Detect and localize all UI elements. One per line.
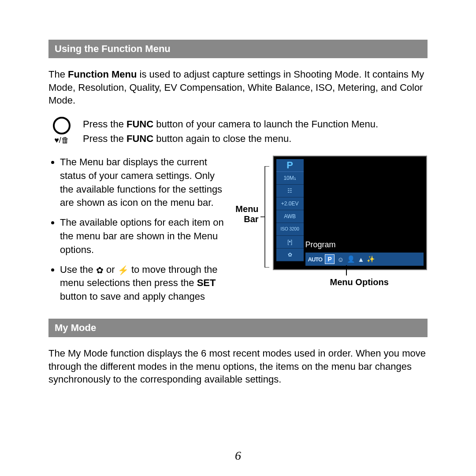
opt-smile-icon: ☺ <box>337 256 344 263</box>
func-line1-bold: FUNC <box>126 119 153 130</box>
trash-icon: 🗑 <box>61 136 69 145</box>
menu-diagram: Menu Bar P 10M₁ ☷ +2.0EV AWB ISO 3200 [•… <box>233 156 428 292</box>
lcd-quality: ☷ <box>276 185 304 197</box>
func-line1-post: button of your camera to launch the Func… <box>153 119 378 130</box>
bullet-list: The Menu bar displays the current status… <box>48 156 229 310</box>
b3-mid: or <box>106 264 118 275</box>
opt-sparkle-icon: ✨ <box>367 255 375 263</box>
bullet-1: The Menu bar displays the current status… <box>60 156 229 210</box>
intro-pre: The <box>48 69 68 80</box>
intro-paragraph: The Function Menu is used to adjust capt… <box>48 68 428 107</box>
macro-icon: ✿ <box>96 264 104 276</box>
b3-pre: Use the <box>60 264 96 275</box>
opt-portrait-icon: 👤 <box>347 255 355 263</box>
opt-auto: AUTO <box>308 256 323 263</box>
lcd-iso: ISO 3200 <box>276 223 304 236</box>
heart-trash-icon: ♥/🗑 <box>54 136 69 144</box>
b3-bold: SET <box>197 277 216 288</box>
bracket-icon <box>260 166 271 268</box>
heart-icon: ♥ <box>54 136 59 145</box>
lcd-color: ✿ <box>276 249 304 261</box>
lcd-awb: AWB <box>276 210 304 223</box>
opt-p-selected: P <box>325 254 335 264</box>
menu-options-label: Menu Options <box>330 277 389 287</box>
func-line2-pre: Press the <box>83 133 126 144</box>
lcd-metering: [•] <box>276 236 304 249</box>
section-header-my-mode: My Mode <box>48 319 428 337</box>
opt-landscape-icon: ▲ <box>358 256 364 263</box>
func-instructions: Press the FUNC button of your camera to … <box>83 117 378 146</box>
func-button-icon: ♥/🗑 <box>48 117 75 144</box>
func-line2-post: button again to close the menu. <box>153 133 291 144</box>
flash-icon: ⚡ <box>118 264 129 276</box>
lcd-ev: +2.0EV <box>276 197 304 210</box>
lcd-resolution: 10M₁ <box>276 172 304 185</box>
menu-bar-label: Menu Bar <box>233 204 259 224</box>
lcd-mode-p: P <box>276 159 304 172</box>
arrow-line <box>346 267 347 275</box>
program-label: Program <box>305 240 336 249</box>
intro-bold: Function Menu <box>68 69 137 80</box>
func-line1-pre: Press the <box>83 119 126 130</box>
options-row: AUTO P ☺ 👤 ▲ ✨ <box>305 253 424 266</box>
bullet-2: The available options for each item on t… <box>60 216 229 257</box>
lcd-screen: P 10M₁ ☷ +2.0EV AWB ISO 3200 [•] ✿ Progr… <box>273 156 427 270</box>
func-line2-bold: FUNC <box>126 133 153 144</box>
page-number: 6 <box>0 449 476 463</box>
section-header-function-menu: Using the Function Menu <box>48 40 428 58</box>
b3-post: button to save and apply changes <box>60 291 205 302</box>
my-mode-paragraph: The My Mode function displays the 6 most… <box>48 347 428 386</box>
bullet-3: Use the ✿ or ⚡ to move through the menu … <box>60 263 229 304</box>
ring-icon <box>53 117 71 134</box>
